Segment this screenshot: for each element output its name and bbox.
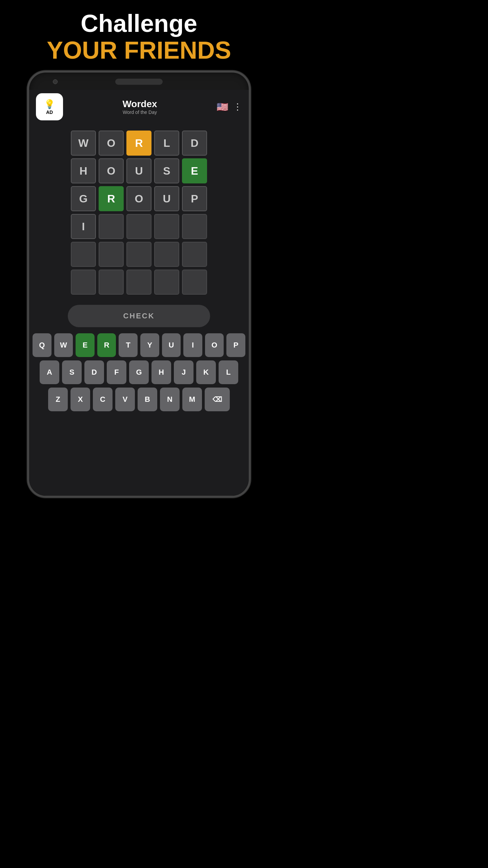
phone-top-bar xyxy=(29,73,249,85)
speaker-bar xyxy=(115,79,163,85)
key-v[interactable]: V xyxy=(115,388,135,411)
key-x[interactable]: X xyxy=(70,388,90,411)
key-c[interactable]: C xyxy=(93,388,113,411)
key-i[interactable]: I xyxy=(183,333,202,357)
key-u[interactable]: U xyxy=(162,333,181,357)
grid-cell xyxy=(154,270,179,295)
grid-cell xyxy=(71,242,96,267)
key-n[interactable]: N xyxy=(160,388,180,411)
grid-cell: R xyxy=(99,186,124,211)
grid-cell xyxy=(99,270,124,295)
key-b[interactable]: B xyxy=(138,388,157,411)
phone-frame: 💡 AD Wordex Word of the Day 🇺🇸 ⋮ WORLDHO… xyxy=(27,71,251,498)
app-header: 💡 AD Wordex Word of the Day 🇺🇸 ⋮ xyxy=(29,90,249,124)
grid-cell: O xyxy=(126,186,151,211)
grid-cell xyxy=(126,242,151,267)
challenge-text: Challenge xyxy=(47,10,231,37)
keyboard-row: ASDFGHJKL xyxy=(33,360,245,384)
grid-cell: H xyxy=(71,158,96,183)
key-a[interactable]: A xyxy=(40,360,59,384)
key-h[interactable]: H xyxy=(151,360,171,384)
grid-cell: P xyxy=(182,186,207,211)
grid-cell: I xyxy=(71,214,96,239)
grid-cell xyxy=(99,214,124,239)
your-friends-text: YOUR FRIENDS xyxy=(47,37,231,64)
grid-cell: O xyxy=(99,131,124,156)
keyboard: QWERTYUIOPASDFGHJKLZXCVBNM⌫ xyxy=(29,333,249,415)
promo-header: Challenge YOUR FRIENDS xyxy=(47,10,231,64)
ad-label: AD xyxy=(46,110,53,115)
grid-cell: W xyxy=(71,131,96,156)
key-w[interactable]: W xyxy=(54,333,73,357)
game-grid: WORLDHOUSEGROUPI xyxy=(71,131,207,295)
grid-cell xyxy=(182,242,207,267)
key-k[interactable]: K xyxy=(196,360,216,384)
key-g[interactable]: G xyxy=(129,360,149,384)
ad-badge[interactable]: 💡 AD xyxy=(36,93,63,120)
camera-dot xyxy=(53,79,58,84)
header-icons: 🇺🇸 ⋮ xyxy=(217,101,242,113)
keyboard-row: QWERTYUIOP xyxy=(33,333,245,357)
check-button[interactable]: CHECK xyxy=(68,305,210,327)
grid-cell xyxy=(154,214,179,239)
key-f[interactable]: F xyxy=(107,360,126,384)
grid-cell: U xyxy=(126,158,151,183)
key-e[interactable]: E xyxy=(76,333,95,357)
backspace-key[interactable]: ⌫ xyxy=(205,388,230,411)
key-z[interactable]: Z xyxy=(48,388,68,411)
grid-cell: G xyxy=(71,186,96,211)
menu-dots-icon[interactable]: ⋮ xyxy=(233,102,242,112)
grid-cell: U xyxy=(154,186,179,211)
grid-cell: R xyxy=(126,131,151,156)
key-p[interactable]: P xyxy=(226,333,245,357)
key-m[interactable]: M xyxy=(182,388,202,411)
grid-cell xyxy=(182,270,207,295)
grid-cell xyxy=(126,214,151,239)
grid-cell xyxy=(182,214,207,239)
key-q[interactable]: Q xyxy=(33,333,52,357)
app-title: Wordex xyxy=(122,99,157,110)
grid-cell: D xyxy=(182,131,207,156)
key-y[interactable]: Y xyxy=(140,333,159,357)
flag-icon[interactable]: 🇺🇸 xyxy=(217,101,228,113)
app-subtitle: Word of the Day xyxy=(123,110,157,115)
app-screen: 💡 AD Wordex Word of the Day 🇺🇸 ⋮ WORLDHO… xyxy=(29,90,249,496)
grid-cell xyxy=(126,270,151,295)
bulb-icon: 💡 xyxy=(44,99,55,110)
key-d[interactable]: D xyxy=(84,360,104,384)
key-r[interactable]: R xyxy=(97,333,116,357)
key-s[interactable]: S xyxy=(62,360,82,384)
grid-cell: E xyxy=(182,158,207,183)
grid-cell: L xyxy=(154,131,179,156)
key-o[interactable]: O xyxy=(205,333,224,357)
grid-cell: O xyxy=(99,158,124,183)
keyboard-row: ZXCVBNM⌫ xyxy=(33,388,245,411)
key-j[interactable]: J xyxy=(174,360,194,384)
grid-cell: S xyxy=(154,158,179,183)
grid-cell xyxy=(99,242,124,267)
key-l[interactable]: L xyxy=(219,360,238,384)
key-t[interactable]: T xyxy=(119,333,138,357)
app-title-section: Wordex Word of the Day xyxy=(122,99,157,115)
grid-cell xyxy=(71,270,96,295)
grid-cell xyxy=(154,242,179,267)
